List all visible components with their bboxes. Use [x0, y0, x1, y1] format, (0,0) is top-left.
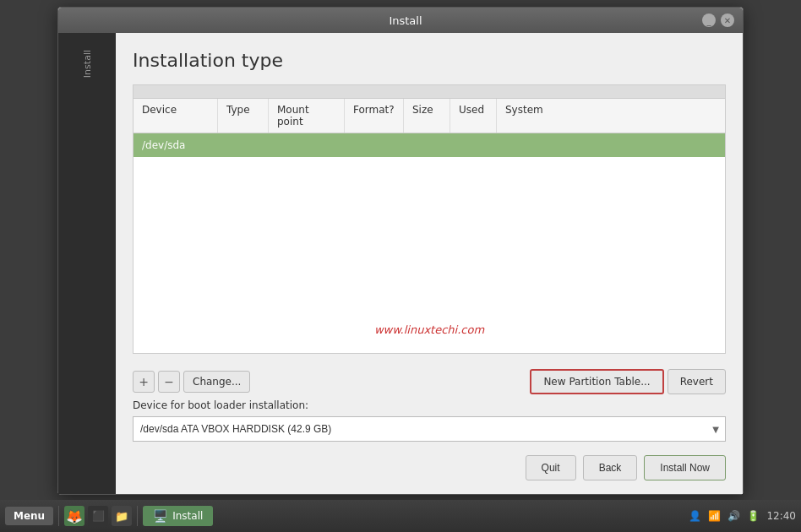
- window-title: Install: [109, 14, 702, 27]
- taskbar-right: 👤 📶 🔊 🔋 12:40: [689, 510, 796, 522]
- taskbar-icon-terminal[interactable]: ⬛: [88, 506, 108, 526]
- bootloader-select-wrapper: /dev/sda ATA VBOX HARDDISK (42.9 GB): [133, 416, 726, 442]
- header-format: Format?: [345, 99, 404, 133]
- new-partition-table-button[interactable]: New Partition Table...: [530, 369, 663, 394]
- close-button[interactable]: ✕: [721, 14, 734, 27]
- add-partition-button[interactable]: +: [133, 371, 155, 393]
- revert-button[interactable]: Revert: [668, 369, 726, 394]
- taskbar-menu-button[interactable]: Menu: [5, 507, 53, 525]
- install-now-button[interactable]: Install Now: [644, 455, 726, 480]
- taskbar-window-label: Install: [172, 510, 203, 522]
- partition-toolbar: + − Change... New Partition Table... Rev…: [133, 362, 726, 399]
- page-title: Installation type: [133, 50, 726, 71]
- install-window: Install _ ✕ Install Installation type: [57, 7, 744, 495]
- bootloader-section: Device for boot loader installation: /de…: [133, 399, 726, 442]
- header-size: Size: [404, 99, 450, 133]
- header-device: Device: [134, 99, 218, 133]
- window-controls: _ ✕: [702, 14, 734, 27]
- cell-mount: [269, 138, 345, 153]
- taskbar: Menu 🦊 ⬛ 📁 🖥️ Install 👤 📶 🔊 🔋 12:40: [0, 500, 801, 532]
- watermark: www.linuxtechi.com: [374, 323, 484, 336]
- remove-partition-button[interactable]: −: [158, 371, 180, 393]
- cell-format: [345, 138, 404, 153]
- header-used: Used: [450, 99, 497, 133]
- main-panel: Installation type Device Type Mount poin…: [116, 33, 743, 494]
- taskbar-icon-files[interactable]: 📁: [112, 506, 132, 526]
- taskbar-clock: 12:40: [766, 510, 796, 522]
- bottom-buttons: Quit Back Install Now: [133, 452, 726, 480]
- taskbar-separator-2: [137, 506, 138, 526]
- content-area: Install Installation type Device Type: [58, 33, 743, 494]
- header-system: System: [497, 99, 725, 133]
- table-row[interactable]: /dev/sda: [134, 133, 725, 157]
- taskbar-active-window[interactable]: 🖥️ Install: [143, 506, 213, 526]
- taskbar-separator-1: [58, 506, 59, 526]
- table-header: Device Type Mount point Format? Size: [134, 99, 725, 133]
- bootloader-label: Device for boot loader installation:: [133, 399, 726, 411]
- cell-device: /dev/sda: [134, 138, 218, 153]
- taskbar-user-icon: 👤: [689, 510, 701, 522]
- cell-system: [497, 138, 725, 153]
- taskbar-icon-browser[interactable]: 🦊: [64, 506, 84, 526]
- cell-size: [404, 138, 450, 153]
- partition-container: Device Type Mount point Format? Size: [133, 84, 726, 354]
- quit-button[interactable]: Quit: [526, 455, 576, 480]
- partition-bar: [134, 85, 725, 99]
- header-mount: Mount point: [269, 99, 345, 133]
- table-body: /dev/sda www.linuxtechi.com: [134, 133, 725, 353]
- cell-used: [450, 138, 497, 153]
- taskbar-sound-icon: 🔊: [727, 510, 740, 522]
- window-titlebar: Install _ ✕: [58, 8, 743, 33]
- sidebar-strip: Install: [58, 33, 116, 494]
- cell-type: [218, 138, 269, 153]
- back-button[interactable]: Back: [583, 455, 638, 480]
- bootloader-select[interactable]: /dev/sda ATA VBOX HARDDISK (42.9 GB): [133, 416, 726, 442]
- header-type: Type: [218, 99, 269, 133]
- change-partition-button[interactable]: Change...: [183, 371, 250, 393]
- sidebar-label: Install: [82, 50, 93, 78]
- taskbar-network-icon: 📶: [708, 510, 721, 522]
- minimize-button[interactable]: _: [702, 14, 716, 27]
- taskbar-battery-icon: 🔋: [747, 510, 760, 522]
